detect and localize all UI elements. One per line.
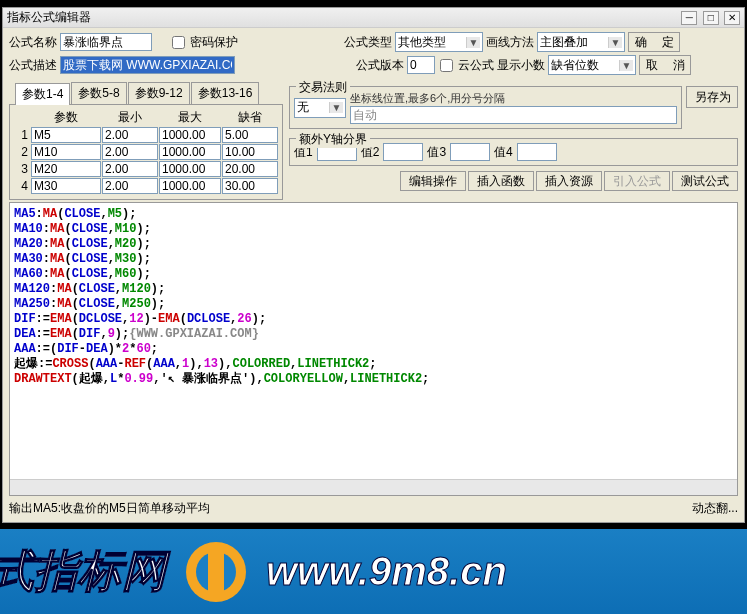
draw-method-select[interactable]: 主图叠加▼	[537, 32, 625, 52]
col-default: 缺省	[222, 109, 278, 126]
param-index: 3	[14, 162, 30, 176]
scrollbar[interactable]	[10, 479, 737, 495]
param-name-input[interactable]	[31, 127, 101, 143]
chevron-down-icon: ▼	[329, 102, 343, 113]
trade-select[interactable]: 无▼	[294, 98, 346, 118]
col-min: 最小	[102, 109, 158, 126]
save-as-button[interactable]: 另存为	[686, 86, 738, 108]
param-name-input[interactable]	[31, 178, 101, 194]
import-formula-button[interactable]: 引入公式	[604, 171, 670, 191]
val2-input[interactable]	[383, 143, 423, 161]
formula-desc-label: 公式描述	[9, 57, 57, 74]
password-checkbox[interactable]	[172, 36, 185, 49]
insert-res-button[interactable]: 插入资源	[536, 171, 602, 191]
cancel-button[interactable]: 取 消	[639, 55, 691, 75]
tab-params-5-8[interactable]: 参数5-8	[71, 82, 126, 104]
formula-name-input[interactable]	[60, 33, 152, 51]
chevron-down-icon: ▼	[619, 60, 633, 71]
decimal-select[interactable]: 缺省位数▼	[548, 55, 636, 75]
val4-input[interactable]	[517, 143, 557, 161]
window-title: 指标公式编辑器	[7, 9, 679, 26]
tab-params-9-12[interactable]: 参数9-12	[128, 82, 190, 104]
formula-name-label: 公式名称	[9, 34, 57, 51]
param-min-input[interactable]	[102, 161, 158, 177]
param-name-input[interactable]	[31, 144, 101, 160]
param-row: 4	[14, 178, 278, 194]
decimal-label: 显示小数	[497, 57, 545, 74]
col-param: 参数	[31, 109, 101, 126]
yaxis-legend: 额外Y轴分界	[296, 131, 370, 148]
password-label: 密码保护	[190, 34, 238, 51]
param-default-input[interactable]	[222, 161, 278, 177]
edit-ops-button[interactable]: 编辑操作	[400, 171, 466, 191]
param-max-input[interactable]	[159, 144, 221, 160]
banner-url: www.9m8.cn	[266, 549, 507, 594]
param-default-input[interactable]	[222, 178, 278, 194]
param-default-input[interactable]	[222, 127, 278, 143]
code-editor[interactable]: MA5:MA(CLOSE,M5); MA10:MA(CLOSE,M10); MA…	[9, 202, 738, 496]
params-panel: 参数 最小 最大 缺省 1 2 3 4	[9, 104, 283, 200]
param-max-input[interactable]	[159, 161, 221, 177]
val3-input[interactable]	[450, 143, 490, 161]
chevron-down-icon: ▼	[608, 37, 622, 48]
draw-method-label: 画线方法	[486, 34, 534, 51]
banner-logo-icon	[186, 542, 246, 602]
formula-type-label: 公式类型	[344, 34, 392, 51]
minimize-icon[interactable]: ─	[681, 11, 697, 25]
formula-version-input[interactable]	[407, 56, 435, 74]
param-default-input[interactable]	[222, 144, 278, 160]
tab-params-1-4[interactable]: 参数1-4	[15, 83, 70, 105]
param-min-input[interactable]	[102, 144, 158, 160]
param-max-input[interactable]	[159, 127, 221, 143]
param-name-input[interactable]	[31, 161, 101, 177]
insert-func-button[interactable]: 插入函数	[468, 171, 534, 191]
trade-legend: 交易法则	[296, 79, 350, 96]
status-right: 动态翻...	[692, 500, 738, 517]
cloud-label: 云公式	[458, 57, 494, 74]
param-row: 2	[14, 144, 278, 160]
chevron-down-icon: ▼	[466, 37, 480, 48]
col-max: 最大	[159, 109, 221, 126]
val3-label: 值3	[427, 144, 446, 161]
cloud-checkbox[interactable]	[440, 59, 453, 72]
banner-cn-text: 式指标网	[0, 542, 166, 601]
auto-input[interactable]	[350, 106, 677, 124]
formula-type-select[interactable]: 其他类型▼	[395, 32, 483, 52]
ok-button[interactable]: 确 定	[628, 32, 680, 52]
formula-version-label: 公式版本	[356, 57, 404, 74]
tab-params-13-16[interactable]: 参数13-16	[191, 82, 260, 104]
param-row: 3	[14, 161, 278, 177]
param-min-input[interactable]	[102, 127, 158, 143]
param-index: 4	[14, 179, 30, 193]
coord-note: 坐标线位置,最多6个,用分号分隔	[350, 91, 677, 106]
param-index: 1	[14, 128, 30, 142]
titlebar: 指标公式编辑器 ─ □ ✕	[3, 8, 744, 28]
param-index: 2	[14, 145, 30, 159]
banner: 式指标网 www.9m8.cn	[0, 529, 747, 614]
val4-label: 值4	[494, 144, 513, 161]
maximize-icon[interactable]: □	[703, 11, 719, 25]
param-min-input[interactable]	[102, 178, 158, 194]
status-text: 输出MA5:收盘价的M5日简单移动平均	[9, 500, 210, 517]
test-formula-button[interactable]: 测试公式	[672, 171, 738, 191]
close-icon[interactable]: ✕	[724, 11, 740, 25]
param-row: 1	[14, 127, 278, 143]
formula-desc-input[interactable]	[60, 56, 235, 74]
param-max-input[interactable]	[159, 178, 221, 194]
param-tabs: 参数1-4 参数5-8 参数9-12 参数13-16	[9, 82, 283, 104]
